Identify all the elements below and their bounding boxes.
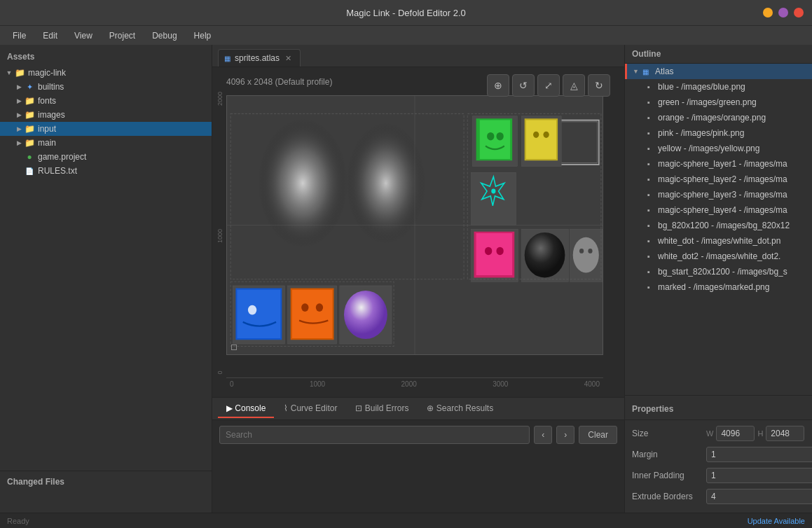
extrude-borders-row: Extrude Borders (625, 486, 812, 507)
tree-item-main[interactable]: ▶ 📁 main (0, 136, 212, 150)
changed-files-label: Changed Files (7, 477, 64, 487)
size-w-input[interactable] (716, 426, 755, 441)
size-w-label: W (706, 429, 713, 438)
ruler-vmark-0: 0 (216, 370, 223, 374)
image-icon: ▪ (643, 158, 654, 169)
outline-item-bg820[interactable]: ▪ bg_820x1200 - /images/bg_820x12 (625, 218, 812, 233)
size-h-input[interactable] (766, 426, 804, 441)
inner-padding-row: Inner Padding (625, 465, 812, 486)
ruler-vmark-2000: 2000 (216, 92, 223, 106)
tab-console[interactable]: ▶ Console (218, 400, 274, 418)
tree-item-builtins[interactable]: ▶ ✦ builtins (0, 80, 212, 94)
search-prev-button[interactable]: ‹ (534, 426, 552, 444)
menu-help[interactable]: Help (187, 29, 219, 43)
tree-item-game-project[interactable]: ● game.project (0, 150, 212, 164)
clear-button[interactable]: Clear (579, 426, 617, 444)
maximize-button[interactable] (778, 8, 788, 18)
outline-item-pink[interactable]: ▪ pink - /images/pink.png (625, 125, 812, 141)
margin-input[interactable] (706, 447, 812, 462)
image-icon: ▪ (643, 97, 654, 108)
tree-item-fonts[interactable]: ▶ 📁 fonts (0, 94, 212, 108)
svg-point-31 (588, 249, 592, 253)
search-input[interactable] (219, 426, 530, 444)
update-available-link[interactable]: Update Available (748, 517, 805, 525)
scale-tool-button[interactable]: ⤢ (537, 74, 560, 97)
svg-point-20 (491, 189, 495, 194)
margin-row: Margin (625, 444, 812, 465)
svg-point-17 (543, 132, 549, 138)
tree-label-images: images (38, 110, 65, 120)
svg-point-27 (525, 232, 565, 278)
tree-arrow-icon: ▶ (14, 125, 24, 132)
outline-label-ms2: magic-sphere_layer2 - /images/ma (658, 174, 787, 184)
minimize-button[interactable] (763, 8, 773, 18)
menu-view[interactable]: View (67, 29, 99, 43)
extrude-borders-label: Extrude Borders (632, 492, 702, 501)
console-content: ‹ › Clear (212, 420, 624, 513)
tree-item-images[interactable]: ▶ 📁 images (0, 108, 212, 122)
tab-build-errors[interactable]: ⊡ Build Errors (347, 400, 417, 418)
editor-toolbar: ⊕ ↺ ⤢ ◬ ↻ (487, 74, 610, 97)
outline-header: Outline (625, 45, 812, 64)
tab-curve-editor[interactable]: ⌇ Curve Editor (275, 400, 345, 418)
app-title: Magic Link - Defold Editor 2.0 (346, 8, 466, 18)
tab-sprites-atlas[interactable]: ▦ sprites.atlas ✕ (218, 49, 301, 67)
outline-item-green[interactable]: ▪ green - /images/green.png (625, 95, 812, 110)
size-row: Size W H (625, 423, 812, 444)
menu-file[interactable]: File (6, 29, 33, 43)
svg-marker-34 (237, 290, 280, 338)
builtins-icon: ✦ (24, 81, 35, 92)
rotate-tool-button[interactable]: ↺ (512, 74, 535, 97)
tree-item-magic-link[interactable]: ▼ 📁 magic-link (0, 66, 212, 80)
inner-padding-input[interactable] (706, 468, 812, 483)
window-controls (763, 8, 804, 18)
status-text: Ready (7, 517, 29, 525)
tab-search-results[interactable]: ⊕ Search Results (418, 400, 502, 418)
svg-point-11 (487, 132, 494, 141)
outline-label-marked: marked - /images/marked.png (658, 282, 769, 292)
outline-item-yellow[interactable]: ▪ yellow - /images/yellow.png (625, 141, 812, 156)
ruler-mark-0: 0 (230, 380, 234, 388)
outline-item-white-dot[interactable]: ▪ white_dot - /images/white_dot.pn (625, 233, 812, 249)
tree-arrow-icon: ▶ (14, 139, 24, 146)
anchor-tool-button[interactable]: ◬ (563, 74, 585, 97)
svg-point-42 (344, 291, 387, 339)
center-panel: ▦ sprites.atlas ✕ 4096 x 2048 (Default p… (212, 45, 624, 513)
search-next-button[interactable]: › (556, 426, 574, 444)
flip-tool-button[interactable]: ↻ (588, 74, 610, 97)
statusbar: Ready Update Available (0, 513, 812, 528)
outline-item-ms3[interactable]: ▪ magic-sphere_layer3 - /images/ma (625, 187, 812, 202)
outline-item-bg-start[interactable]: ▪ bg_start_820x1200 - /images/bg_s (625, 264, 812, 279)
svg-marker-23 (476, 233, 513, 275)
menu-project[interactable]: Project (102, 29, 142, 43)
outline-label-green: green - /images/green.png (658, 97, 757, 107)
console-tab-icon: ▶ (226, 403, 235, 413)
svg-point-25 (496, 247, 503, 256)
tree-label-builtins: builtins (38, 82, 64, 92)
tab-atlas-label: sprites.atlas (235, 53, 280, 63)
main-layout: Assets ▼ 📁 magic-link ▶ ✦ builtins ▶ 📁 f… (0, 45, 812, 513)
outline-item-atlas[interactable]: ▼ ▦ Atlas (625, 64, 812, 79)
outline-item-white-dot2[interactable]: ▪ white_dot2 - /images/white_dot2. (625, 249, 812, 264)
menu-edit[interactable]: Edit (36, 29, 64, 43)
move-tool-button[interactable]: ⊕ (487, 74, 509, 97)
menu-debug[interactable]: Debug (145, 29, 184, 43)
close-button[interactable] (794, 8, 804, 18)
outline-panel: Outline ▼ ▦ Atlas ▪ blue - /images/blue.… (625, 45, 812, 395)
outline-item-orange[interactable]: ▪ orange - /images/orange.png (625, 110, 812, 125)
outline-item-marked[interactable]: ▪ marked - /images/marked.png (625, 279, 812, 295)
tree-item-rules[interactable]: 📄 RULES.txt (0, 164, 212, 178)
tree-item-input[interactable]: ▶ 📁 input (0, 122, 212, 136)
tab-close-button[interactable]: ✕ (285, 54, 291, 63)
atlas-canvas[interactable] (226, 95, 603, 355)
tree-arrow-icon: ▶ (14, 97, 24, 104)
outline-item-ms4[interactable]: ▪ magic-sphere_layer4 - /images/ma (625, 202, 812, 218)
ruler-vmark-1000: 1000 (216, 228, 223, 242)
outline-item-ms1[interactable]: ▪ magic-sphere_layer1 - /images/ma (625, 156, 812, 172)
tree-label-game-project: game.project (38, 152, 86, 162)
outline-item-ms2[interactable]: ▪ magic-sphere_layer2 - /images/ma (625, 172, 812, 187)
titlebar: Magic Link - Defold Editor 2.0 (0, 0, 812, 25)
svg-point-7 (346, 123, 425, 244)
outline-item-blue[interactable]: ▪ blue - /images/blue.png (625, 79, 812, 95)
extrude-borders-input[interactable] (706, 489, 812, 504)
